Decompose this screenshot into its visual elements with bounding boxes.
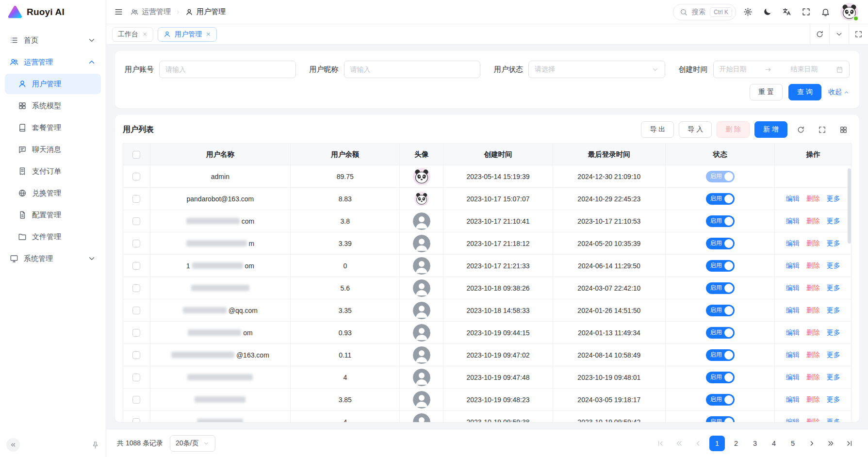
more-link[interactable]: 更多 bbox=[827, 195, 840, 202]
status-toggle[interactable]: 启用 bbox=[706, 349, 735, 361]
edit-link[interactable]: 编辑 bbox=[786, 306, 800, 314]
user-avatar-menu[interactable] bbox=[840, 3, 858, 21]
refresh-tab-icon[interactable] bbox=[810, 24, 829, 44]
nickname-input[interactable] bbox=[344, 61, 481, 78]
sidebar-item-operations[interactable]: 运营管理 bbox=[5, 52, 101, 72]
sidebar-subitem-package-management[interactable]: 套餐管理 bbox=[5, 117, 101, 138]
more-link[interactable]: 更多 bbox=[827, 351, 840, 359]
page-next2-button[interactable] bbox=[823, 436, 838, 451]
fullscreen-icon[interactable] bbox=[802, 7, 811, 16]
sidebar-subitem-file-management[interactable]: 文件管理 bbox=[5, 227, 101, 247]
more-link[interactable]: 更多 bbox=[827, 284, 840, 292]
table-fullscreen-icon[interactable] bbox=[814, 121, 830, 138]
edit-link[interactable]: 编辑 bbox=[786, 217, 800, 225]
status-toggle[interactable]: 启用 bbox=[706, 416, 735, 423]
close-tab-icon[interactable] bbox=[142, 32, 147, 37]
delete-link[interactable]: 删除 bbox=[806, 395, 820, 403]
delete-button[interactable]: 删 除 bbox=[717, 121, 750, 138]
page-prev-button[interactable] bbox=[690, 436, 706, 451]
row-checkbox[interactable] bbox=[132, 262, 140, 270]
sidebar-subitem-exchange-management[interactable]: 兑换管理 bbox=[5, 183, 101, 203]
edit-link[interactable]: 编辑 bbox=[786, 284, 800, 292]
page-first-button[interactable] bbox=[653, 436, 668, 451]
select-all-checkbox[interactable] bbox=[132, 151, 140, 159]
more-link[interactable]: 更多 bbox=[827, 418, 840, 423]
more-link[interactable]: 更多 bbox=[827, 373, 840, 381]
breadcrumb-item-user-management[interactable]: 用户管理 bbox=[185, 7, 226, 16]
sidebar-subitem-payment-orders[interactable]: 支付订单 bbox=[5, 161, 101, 181]
edit-link[interactable]: 编辑 bbox=[786, 395, 800, 403]
sidebar-subitem-config-management[interactable]: 配置管理 bbox=[5, 205, 101, 225]
status-toggle[interactable]: 启用 bbox=[706, 305, 735, 316]
more-link[interactable]: 更多 bbox=[827, 261, 840, 269]
status-toggle[interactable]: 启用 bbox=[706, 215, 735, 227]
edit-link[interactable]: 编辑 bbox=[786, 195, 800, 202]
reset-button[interactable]: 重 置 bbox=[750, 84, 783, 100]
page-number-button[interactable]: 4 bbox=[766, 436, 782, 451]
status-toggle[interactable]: 启用 bbox=[706, 260, 735, 272]
more-link[interactable]: 更多 bbox=[827, 239, 840, 247]
global-search-button[interactable]: 搜索 Ctrl K bbox=[673, 4, 736, 20]
settings-icon[interactable] bbox=[743, 7, 753, 16]
edit-link[interactable]: 编辑 bbox=[786, 239, 800, 247]
delete-link[interactable]: 删除 bbox=[806, 351, 820, 359]
edit-link[interactable]: 编辑 bbox=[786, 418, 800, 423]
page-next-button[interactable] bbox=[804, 436, 819, 451]
add-button[interactable]: 新 增 bbox=[754, 121, 787, 138]
row-checkbox[interactable] bbox=[132, 396, 140, 404]
account-input[interactable] bbox=[159, 61, 296, 78]
row-checkbox[interactable] bbox=[132, 240, 140, 247]
import-button[interactable]: 导 入 bbox=[679, 121, 712, 138]
breadcrumb-item-operations[interactable]: 运营管理 bbox=[131, 7, 171, 16]
page-size-select[interactable]: 20条/页 bbox=[170, 435, 215, 452]
status-toggle[interactable]: 启用 bbox=[706, 171, 735, 182]
row-checkbox[interactable] bbox=[132, 217, 140, 225]
delete-link[interactable]: 删除 bbox=[806, 239, 820, 247]
export-button[interactable]: 导 出 bbox=[641, 121, 674, 138]
table-scrollbar[interactable] bbox=[848, 168, 851, 244]
sidebar-subitem-user-management[interactable]: 用户管理 bbox=[5, 74, 101, 94]
row-checkbox[interactable] bbox=[132, 351, 140, 359]
edit-link[interactable]: 编辑 bbox=[786, 328, 800, 336]
content-fullscreen-icon[interactable] bbox=[849, 24, 868, 44]
delete-link[interactable]: 删除 bbox=[806, 373, 820, 381]
more-link[interactable]: 更多 bbox=[827, 306, 840, 314]
edit-link[interactable]: 编辑 bbox=[786, 351, 800, 359]
menu-toggle-icon[interactable] bbox=[114, 7, 123, 16]
collapse-filter-link[interactable]: 收起 bbox=[828, 88, 850, 97]
more-link[interactable]: 更多 bbox=[827, 395, 840, 403]
row-checkbox[interactable] bbox=[132, 307, 140, 314]
status-toggle[interactable]: 启用 bbox=[706, 193, 735, 205]
close-tab-icon[interactable] bbox=[206, 32, 211, 37]
status-toggle[interactable]: 启用 bbox=[706, 372, 735, 383]
page-number-button[interactable]: 3 bbox=[747, 436, 763, 451]
status-select[interactable]: 请选择 bbox=[528, 61, 665, 78]
page-number-button[interactable]: 2 bbox=[728, 436, 744, 451]
page-last-button[interactable] bbox=[842, 436, 857, 451]
sidebar-subitem-chat-messages[interactable]: 聊天消息 bbox=[5, 139, 101, 160]
delete-link[interactable]: 删除 bbox=[806, 328, 820, 336]
tab-user-management[interactable]: 用户管理 bbox=[158, 27, 217, 42]
notification-bell-icon[interactable] bbox=[821, 7, 830, 16]
sidebar-item-home[interactable]: 首页 bbox=[5, 30, 101, 50]
sidebar-subitem-system-model[interactable]: 系统模型 bbox=[5, 96, 101, 116]
row-checkbox[interactable] bbox=[132, 418, 140, 422]
page-number-button[interactable]: 1 bbox=[709, 436, 725, 451]
translate-icon[interactable] bbox=[782, 7, 791, 16]
delete-link[interactable]: 删除 bbox=[806, 195, 820, 202]
delete-link[interactable]: 删除 bbox=[806, 284, 820, 292]
refresh-table-icon[interactable] bbox=[792, 121, 809, 138]
delete-link[interactable]: 删除 bbox=[806, 418, 820, 423]
column-settings-icon[interactable] bbox=[835, 121, 852, 138]
edit-link[interactable]: 编辑 bbox=[786, 261, 800, 269]
edit-link[interactable]: 编辑 bbox=[786, 373, 800, 381]
more-link[interactable]: 更多 bbox=[827, 217, 840, 225]
query-button[interactable]: 查 询 bbox=[788, 84, 821, 100]
status-toggle[interactable]: 启用 bbox=[706, 238, 735, 249]
row-checkbox[interactable] bbox=[132, 329, 140, 337]
tab-workbench[interactable]: 工作台 bbox=[112, 27, 153, 42]
delete-link[interactable]: 删除 bbox=[806, 261, 820, 269]
status-toggle[interactable]: 启用 bbox=[706, 327, 735, 339]
created-range-daterange[interactable]: 开始日期结束日期 bbox=[713, 61, 850, 78]
page-prev2-button[interactable] bbox=[671, 436, 687, 451]
